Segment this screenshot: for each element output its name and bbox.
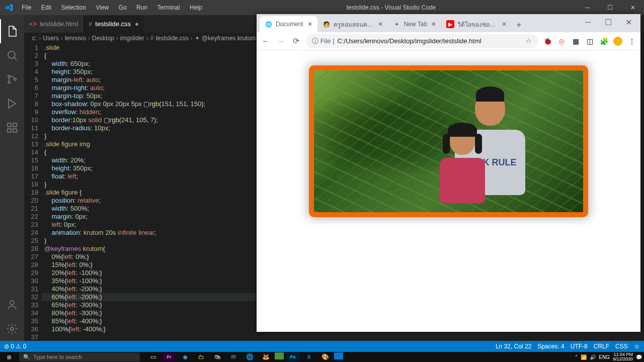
app-photos-icon[interactable] — [334, 352, 343, 359]
minimize-icon[interactable]: ─ — [576, 0, 599, 15]
tray-lang[interactable]: ENG — [599, 354, 610, 360]
app-firefox-icon[interactable]: 🦊 — [259, 352, 273, 361]
bc-seg[interactable]: Desktop — [92, 35, 114, 42]
chrome-minimize-icon[interactable]: ─ — [578, 15, 598, 29]
tab-label: testslide.html — [40, 20, 78, 28]
menu-terminal[interactable]: Terminal — [153, 4, 184, 11]
tab-dirty-icon[interactable]: ● — [135, 20, 139, 28]
youtube-icon: ▶ — [446, 20, 454, 28]
app-store-icon[interactable]: 🛍 — [210, 352, 224, 361]
chrome-tab-youtube[interactable]: ▶วิดีโอของช่อง - YouTu✕ — [441, 16, 512, 32]
maximize-icon[interactable]: ☐ — [599, 0, 621, 15]
new-tab-button[interactable]: + — [512, 18, 526, 32]
profile-avatar-icon[interactable] — [613, 37, 622, 46]
svg-rect-7 — [13, 129, 17, 132]
tab-close-icon[interactable]: ✕ — [431, 21, 436, 28]
chrome-maximize-icon[interactable]: ☐ — [598, 15, 618, 29]
chrome-tab-2[interactable]: 🧑ครูหอมสอนคอมพิวเตอร์✕ — [317, 16, 388, 32]
bc-seg[interactable]: imgslider — [120, 35, 144, 42]
svg-point-3 — [14, 78, 16, 80]
tray-clock[interactable]: 11:04 PM9/12/2020 — [613, 352, 633, 361]
menu-run[interactable]: Run — [132, 4, 151, 11]
tray-notification-icon[interactable]: 💬 — [636, 354, 642, 360]
ext-icon[interactable]: ▦ — [571, 37, 580, 46]
page-viewport: REAK RULE — [257, 50, 640, 332]
chrome-tab-document[interactable]: 🌐Document✕ — [260, 16, 317, 32]
status-spaces[interactable]: Spaces: 4 — [537, 343, 564, 350]
image-slider: REAK RULE — [309, 65, 588, 217]
tab-close-icon[interactable]: ✕ — [307, 21, 312, 28]
app-explorer-icon[interactable]: 🗀 — [194, 352, 208, 361]
taskbar-apps: ▭ Pr ◉ 🗀 🛍 ✉ 🌐 🦊 Ps ⋔ 🎨 — [146, 352, 343, 361]
info-icon[interactable]: ⓘ — [312, 37, 318, 46]
bc-seg[interactable]: Users — [43, 35, 58, 42]
status-encoding[interactable]: UTF-8 — [571, 343, 588, 350]
menu-go[interactable]: Go — [115, 4, 131, 11]
app-gimp-icon[interactable]: 🎨 — [318, 352, 332, 361]
settings-gear-icon[interactable] — [0, 317, 24, 341]
tab-close-icon[interactable]: ✕ — [502, 21, 507, 28]
chrome-window: 🌐Document✕ 🧑ครูหอมสอนคอมพิวเตอร์✕ ✦New T… — [257, 14, 640, 332]
svg-point-1 — [8, 75, 10, 77]
start-button[interactable]: ⊞ — [0, 354, 18, 360]
tab-testslide-html[interactable]: <> testslide.html — [24, 15, 84, 33]
menu-selection[interactable]: Selection — [57, 4, 90, 11]
explorer-icon[interactable] — [0, 19, 24, 43]
app-chrome-icon[interactable]: 🌐 — [243, 352, 257, 361]
menu-file[interactable]: File — [18, 4, 35, 11]
tab-testslide-css[interactable]: # testslide.css ● — [84, 15, 144, 33]
run-debug-icon[interactable] — [0, 92, 24, 116]
ext-icon[interactable]: ◫ — [585, 37, 594, 46]
activity-bar — [0, 15, 24, 341]
chrome-close-icon[interactable]: ✕ — [618, 15, 638, 29]
menu-edit[interactable]: Edit — [37, 4, 56, 11]
app-mail-icon[interactable]: ✉ — [226, 352, 240, 361]
app-edge-icon[interactable]: ◉ — [178, 352, 192, 361]
status-bar: ⊘ 0 ⚠ 0 Ln 32, Col 22 Spaces: 4 UTF-8 CR… — [0, 341, 644, 352]
menu-help[interactable]: Help — [186, 4, 206, 11]
status-eol[interactable]: CRLF — [594, 343, 609, 350]
back-button[interactable]: ← — [261, 37, 271, 46]
account-icon[interactable] — [0, 293, 24, 317]
menu-view[interactable]: View — [92, 4, 113, 11]
chrome-toolbar: ← → ⟳ ⓘ File | C:/Users/lennovo/Desktop/… — [257, 32, 640, 50]
tab-close-icon[interactable]: ✕ — [378, 21, 383, 28]
code-content[interactable]: .slide{ width: 650px; height: 350px; mar… — [44, 44, 256, 341]
status-lang[interactable]: CSS — [615, 343, 628, 350]
bc-seg[interactable]: testslide.css — [155, 35, 188, 42]
chrome-tab-new[interactable]: ✦New Tab✕ — [388, 16, 441, 32]
reload-button[interactable]: ⟳ — [291, 36, 301, 46]
app-photoshop-icon[interactable]: Ps — [286, 352, 300, 361]
svg-point-9 — [11, 327, 14, 330]
bc-seg[interactable]: @keyframes krutom — [202, 35, 256, 42]
forward-button[interactable]: → — [276, 37, 286, 46]
tray-wifi-icon[interactable]: 📶 — [581, 354, 587, 360]
bc-seg[interactable]: lennovo — [65, 35, 86, 42]
bc-seg[interactable]: c: — [32, 35, 37, 42]
tab-label: วิดีโอของช่อง - YouTu — [457, 20, 498, 29]
search-icon[interactable] — [0, 43, 24, 67]
app-vscode-icon[interactable]: ⋔ — [302, 352, 316, 361]
star-icon[interactable]: ☆ — [526, 37, 532, 45]
taskbar-search[interactable]: 🔍 Type here to search — [19, 352, 140, 361]
taskview-icon[interactable]: ▭ — [146, 352, 160, 361]
source-control-icon[interactable] — [0, 67, 24, 92]
close-icon[interactable]: ✕ — [621, 0, 644, 15]
url-path: C:/Users/lennovo/Desktop/imgslider/tests… — [338, 37, 481, 45]
status-left[interactable]: ⊘ 0 ⚠ 0 — [4, 343, 26, 350]
chrome-menu-icon[interactable]: ⋮ — [627, 37, 636, 46]
app-camtasia-icon[interactable] — [275, 352, 284, 359]
ext-icon[interactable]: 🐞 — [543, 37, 552, 46]
tray-chevron-icon[interactable]: ˄ — [575, 354, 578, 360]
status-feedback-icon[interactable]: ☺ — [634, 343, 640, 350]
address-bar[interactable]: ⓘ File | C:/Users/lennovo/Desktop/imgsli… — [306, 34, 538, 48]
app-premiere-icon[interactable]: Pr — [162, 352, 176, 361]
status-cursor[interactable]: Ln 32, Col 22 — [496, 343, 531, 350]
tray-volume-icon[interactable]: 🔊 — [590, 354, 596, 360]
ext-icon[interactable]: ◎ — [557, 37, 566, 46]
chrome-tabstrip: 🌐Document✕ 🧑ครูหอมสอนคอมพิวเตอร์✕ ✦New T… — [257, 14, 640, 32]
code-editor[interactable]: 1234567891011121314151617181920212223242… — [24, 44, 256, 341]
extensions-puzzle-icon[interactable]: 🧩 — [599, 37, 608, 46]
menubar: File Edit Selection View Go Run Terminal… — [18, 4, 206, 11]
extensions-icon[interactable] — [0, 116, 24, 140]
